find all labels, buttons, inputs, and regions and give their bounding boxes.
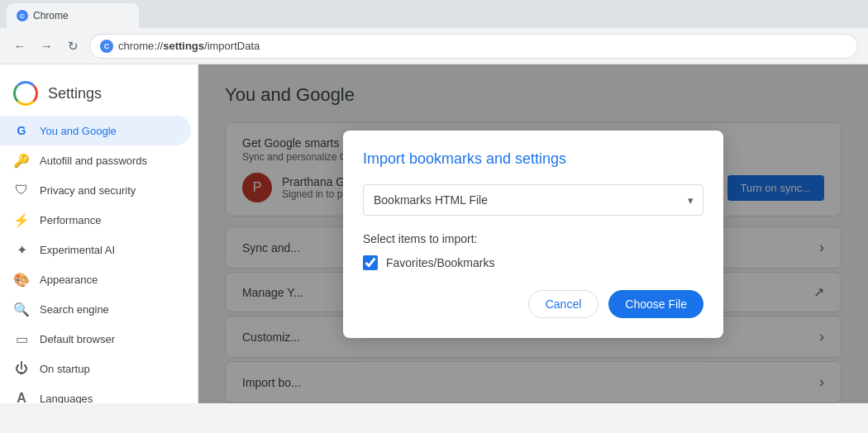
sidebar-item-search-engine[interactable]: 🔍 Search engine [0,294,191,324]
performance-icon: ⚡ [13,212,30,228]
sidebar-item-privacy[interactable]: 🛡 Privacy and security [0,175,191,205]
sidebar-item-appearance[interactable]: 🎨 Appearance [0,264,191,294]
address-static: chrome://settings/importData [118,40,260,52]
sidebar-label-on-startup: On startup [40,363,90,375]
browser-tab-bar: C Chrome [0,0,868,28]
autofill-icon: 🔑 [13,152,30,169]
tab-title: Chrome [33,10,69,21]
reload-button[interactable]: ↻ [63,36,83,56]
tab-favicon: C [17,10,28,21]
sidebar-item-languages[interactable]: A Languages [0,383,191,403]
favorites-checkbox[interactable] [363,255,378,270]
settings-body: Settings G You and Google 🔑 Autofill and… [0,64,868,403]
appearance-icon: 🎨 [13,271,30,288]
favorites-label: Favorites/Bookmarks [386,256,494,269]
sidebar-label-search-engine: Search engine [40,303,109,316]
sidebar-label-experimental-ai: Experimental AI [40,244,115,256]
search-engine-icon: 🔍 [13,301,30,317]
checkbox-row: Favorites/Bookmarks [363,255,703,270]
sidebar-label-you-and-google: You and Google [40,125,117,137]
sidebar: Settings G You and Google 🔑 Autofill and… [0,64,198,403]
dialog-actions: Cancel Choose File [363,290,703,318]
default-browser-icon: ▭ [13,331,30,347]
import-label: Select items to import: [363,232,703,245]
choose-file-button[interactable]: Choose File [608,290,703,318]
import-source-select[interactable]: Bookmarks HTML File Google Chrome Micros… [363,184,703,216]
sidebar-item-experimental-ai[interactable]: ✦ Experimental AI [0,235,191,264]
sidebar-label-languages: Languages [40,393,93,404]
sidebar-header: Settings [0,71,198,116]
sidebar-label-performance: Performance [40,214,101,226]
cancel-button[interactable]: Cancel [528,290,599,318]
main-content: You and Google Get Google smarts in Chro… [198,64,868,403]
experimental-ai-icon: ✦ [13,241,30,258]
sidebar-item-autofill[interactable]: 🔑 Autofill and passwords [0,145,191,175]
on-startup-icon: ⏻ [13,360,30,377]
languages-icon: A [13,390,30,403]
privacy-icon: 🛡 [13,182,30,198]
sidebar-label-default-browser: Default browser [40,333,115,345]
sidebar-label-privacy: Privacy and security [40,184,136,197]
import-dialog: Import bookmarks and settings Bookmarks … [343,131,723,338]
sidebar-item-default-browser[interactable]: ▭ Default browser [0,324,191,354]
sidebar-label-appearance: Appearance [40,274,98,286]
overlay: Import bookmarks and settings Bookmarks … [198,64,868,403]
sidebar-item-on-startup[interactable]: ⏻ On startup [0,354,191,383]
back-button[interactable]: ← [10,36,30,56]
select-wrapper: Bookmarks HTML File Google Chrome Micros… [363,184,703,216]
sidebar-item-performance[interactable]: ⚡ Performance [0,205,191,235]
address-favicon: C [100,40,113,53]
settings-logo [13,81,38,106]
dialog-title: Import bookmarks and settings [363,150,703,168]
sidebar-label-autofill: Autofill and passwords [40,155,147,167]
address-bar[interactable]: C chrome://settings/importData [89,34,858,59]
address-bar-row: ← → ↻ C chrome://settings/importData [0,28,868,64]
you-and-google-icon: G [13,122,30,139]
settings-title: Settings [48,85,102,102]
active-tab[interactable]: C Chrome [7,3,139,28]
sidebar-item-you-and-google[interactable]: G You and Google [0,116,191,145]
forward-button[interactable]: → [36,36,56,56]
